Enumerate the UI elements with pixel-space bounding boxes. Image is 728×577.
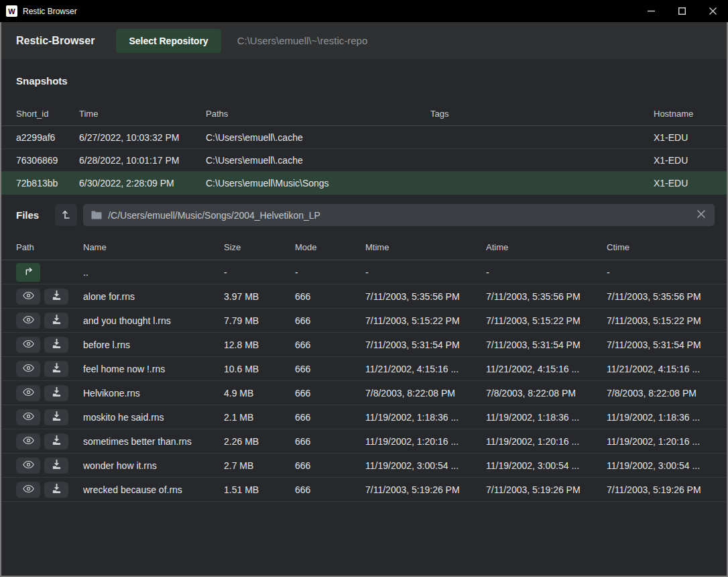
- col-time: Time: [79, 109, 206, 119]
- repository-path: C:\Users\emuell\~\restic-repo: [237, 35, 368, 46]
- file-mode: 666: [295, 388, 365, 399]
- preview-file-button[interactable]: [16, 337, 40, 353]
- file-name: ..: [83, 267, 224, 278]
- snapshots-section-header: Snapshots: [1, 59, 727, 102]
- col-name: Name: [83, 242, 224, 252]
- file-size: 2.7 MB: [224, 460, 295, 471]
- file-row[interactable]: alone for.rns 3.97 MB 666 7/11/2003, 5:3…: [1, 284, 727, 309]
- file-atime: 11/19/2002, 1:20:16 ...: [486, 436, 607, 447]
- file-mtime: 11/21/2002, 4:15:16 ...: [365, 364, 486, 374]
- snapshot-hostname: X1-EDU: [654, 155, 713, 166]
- snapshot-paths: C:\Users\emuell\.cache: [206, 155, 430, 166]
- download-file-button[interactable]: [44, 482, 68, 498]
- snapshot-row[interactable]: 76306869 6/28/2022, 10:01:17 PM C:\Users…: [1, 149, 727, 172]
- file-row[interactable]: moskito he said.rns 2.1 MB 666 11/19/200…: [1, 405, 727, 429]
- eye-icon: [23, 412, 34, 423]
- file-atime: 11/19/2002, 3:00:54 ...: [486, 460, 607, 471]
- file-atime: -: [486, 267, 607, 278]
- go-up-level-button[interactable]: [55, 204, 77, 226]
- file-row-actions: [16, 337, 83, 353]
- file-mode: 666: [295, 315, 365, 326]
- file-row-actions: [16, 313, 83, 329]
- close-icon: [709, 7, 717, 15]
- maximize-button[interactable]: [666, 0, 697, 22]
- eye-icon: [23, 436, 34, 447]
- file-atime: 7/11/2003, 5:15:22 PM: [486, 315, 607, 326]
- col-ctime: Ctime: [607, 242, 713, 252]
- file-row-actions: [16, 433, 83, 450]
- snapshot-time: 6/30/2022, 2:28:09 PM: [79, 178, 206, 189]
- file-ctime: 7/11/2003, 5:15:22 PM: [607, 315, 713, 326]
- snapshot-time: 6/28/2022, 10:01:17 PM: [79, 155, 206, 166]
- download-icon: [52, 291, 62, 302]
- snapshot-row[interactable]: 72b813bb 6/30/2022, 2:28:09 PM C:\Users\…: [1, 172, 727, 195]
- download-file-button[interactable]: [44, 288, 68, 305]
- clear-icon: [697, 210, 705, 220]
- current-path-bar[interactable]: /C/Users/emuell/Music/Songs/2004_Helveti…: [83, 204, 715, 226]
- eye-icon: [23, 291, 34, 302]
- snapshots-title: Snapshots: [16, 75, 68, 87]
- file-name: sometimes better than.rns: [83, 436, 224, 447]
- snapshot-short-id: 76306869: [16, 155, 79, 166]
- file-row-actions: [16, 409, 83, 425]
- up-directory-button[interactable]: [16, 263, 40, 282]
- file-row[interactable]: and you thought l.rns 7.79 MB 666 7/11/2…: [1, 309, 727, 333]
- snapshot-hostname: X1-EDU: [654, 132, 713, 143]
- preview-file-button[interactable]: [16, 313, 40, 329]
- download-file-button[interactable]: [44, 409, 68, 425]
- clear-path-button[interactable]: [696, 209, 707, 221]
- download-file-button[interactable]: [44, 361, 68, 377]
- download-file-button[interactable]: [44, 385, 68, 401]
- preview-file-button[interactable]: [16, 409, 40, 425]
- file-mode: 666: [295, 460, 365, 471]
- file-row-actions: [16, 458, 83, 474]
- empty-area: [1, 502, 727, 576]
- preview-file-button[interactable]: [16, 433, 40, 450]
- download-icon: [52, 435, 62, 447]
- file-row[interactable]: before l.rns 12.8 MB 666 7/11/2003, 5:31…: [1, 333, 727, 357]
- file-ctime: 11/19/2002, 3:00:54 ...: [607, 460, 713, 471]
- col-paths: Paths: [206, 109, 430, 119]
- file-size: 1.51 MB: [224, 484, 295, 495]
- file-atime: 7/8/2003, 8:22:08 PM: [486, 388, 607, 399]
- snapshot-paths: C:\Users\emuell\Music\Songs: [206, 178, 430, 189]
- preview-file-button[interactable]: [16, 458, 40, 474]
- minimize-icon: [648, 7, 655, 15]
- file-ctime: 11/21/2002, 4:15:16 ...: [607, 364, 713, 374]
- file-mode: 666: [295, 291, 365, 302]
- preview-file-button[interactable]: [16, 361, 40, 377]
- download-file-button[interactable]: [44, 458, 68, 474]
- select-repository-button[interactable]: Select Repository: [116, 29, 221, 53]
- eye-icon: [23, 460, 34, 471]
- file-row[interactable]: sometimes better than.rns 2.26 MB 666 11…: [1, 429, 727, 454]
- download-file-button[interactable]: [44, 313, 68, 329]
- preview-file-button[interactable]: [16, 385, 40, 401]
- file-row[interactable]: wrecked because of.rns 1.51 MB 666 7/11/…: [1, 478, 727, 502]
- preview-file-button[interactable]: [16, 288, 40, 305]
- file-mode: 666: [295, 436, 365, 447]
- close-button[interactable]: [697, 0, 728, 22]
- download-file-button[interactable]: [44, 433, 68, 450]
- app-title: Restic-Browser: [16, 35, 95, 47]
- preview-file-button[interactable]: [16, 482, 40, 498]
- current-path-text: /C/Users/emuell/Music/Songs/2004_Helveti…: [108, 210, 696, 221]
- file-row[interactable]: feel home now !.rns 10.6 MB 666 11/21/20…: [1, 357, 727, 381]
- eye-icon: [23, 364, 34, 374]
- file-row[interactable]: .. - - - - -: [1, 260, 727, 284]
- file-mode: 666: [295, 364, 365, 374]
- file-ctime: 11/19/2002, 1:18:36 ...: [607, 412, 713, 423]
- file-ctime: 7/8/2003, 8:22:08 PM: [607, 388, 713, 399]
- file-mtime: 11/19/2002, 1:20:16 ...: [365, 436, 486, 447]
- download-file-button[interactable]: [44, 337, 68, 353]
- file-row[interactable]: wonder how it.rns 2.7 MB 666 11/19/2002,…: [1, 454, 727, 478]
- file-size: 12.8 MB: [224, 339, 295, 350]
- eye-icon: [23, 315, 34, 326]
- minimize-button[interactable]: [635, 0, 666, 22]
- snapshot-row[interactable]: a2299af6 6/27/2022, 10:03:32 PM C:\Users…: [1, 126, 727, 149]
- files-section-header: Files /C/Users/emuell/Music/Songs/2004_H…: [1, 195, 727, 235]
- file-atime: 11/19/2002, 1:18:36 ...: [486, 412, 607, 423]
- file-row[interactable]: Helvikone.rns 4.9 MB 666 7/8/2003, 8:22:…: [1, 381, 727, 405]
- file-size: -: [224, 267, 295, 278]
- file-actions: [16, 361, 83, 377]
- file-actions: [16, 409, 83, 425]
